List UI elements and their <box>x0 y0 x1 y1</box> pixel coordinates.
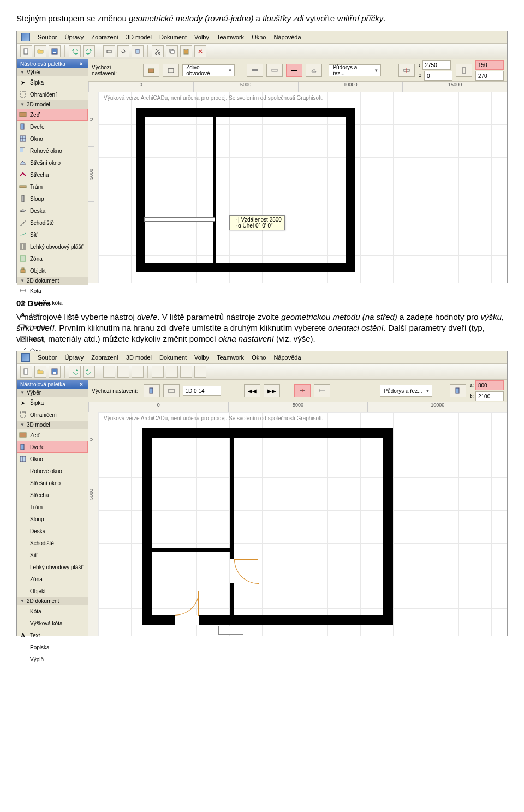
tool-curtain-wall[interactable]: Lehký obvodový plášť <box>17 561 88 573</box>
tool-object[interactable]: Objekt <box>17 585 88 597</box>
redo-button[interactable] <box>83 45 95 57</box>
drawing-canvas[interactable]: Výuková verze ArchiCADu, není určena pro… <box>98 92 507 283</box>
favorites-button[interactable] <box>163 64 179 77</box>
favorites-button[interactable] <box>163 384 180 397</box>
palette-section-3d[interactable]: 3D model <box>17 421 88 429</box>
nav-next[interactable]: ▶▶ <box>264 384 280 397</box>
tool-column[interactable]: Sloup <box>17 193 88 205</box>
tool-button[interactable] <box>103 366 115 378</box>
palette-section-select[interactable]: Výběr <box>17 389 88 397</box>
redo-button[interactable] <box>83 366 95 378</box>
menu-item[interactable]: Soubor <box>38 354 57 361</box>
menu-item[interactable]: Okno <box>252 34 266 40</box>
tool-level-dim[interactable]: Výšková kóta <box>17 297 88 309</box>
anchor-side[interactable] <box>314 384 330 397</box>
door-id-field[interactable]: 1D 0 14 <box>183 386 221 396</box>
save-button[interactable] <box>49 366 61 378</box>
new-button[interactable] <box>20 45 32 57</box>
tool-corner-window[interactable]: Rohové okno <box>17 145 88 157</box>
palette-section-2d[interactable]: 2D dokument <box>17 597 88 605</box>
composite-dropdown[interactable]: Zdivo obvodové <box>182 64 235 76</box>
tool-dimension[interactable]: Kóta <box>17 605 88 617</box>
paste-button[interactable] <box>180 45 192 57</box>
menu-item[interactable]: Volby <box>194 34 209 40</box>
geometry-method-4[interactable] <box>306 64 322 77</box>
tool-slab[interactable]: Deska <box>17 525 88 537</box>
geometry-method-2[interactable] <box>266 64 283 77</box>
tool-mesh[interactable]: Síť <box>17 549 88 561</box>
delete-button[interactable] <box>194 45 206 57</box>
menu-item[interactable]: Dokument <box>159 354 187 361</box>
geometry-method-1[interactable] <box>247 64 263 77</box>
menu-item[interactable]: Úpravy <box>64 354 84 361</box>
tool-beam[interactable]: Trám <box>17 501 88 513</box>
menu-item[interactable]: Soubor <box>38 34 57 40</box>
menu-item[interactable]: Okno <box>252 354 266 361</box>
open-button[interactable] <box>34 366 46 378</box>
menu-item[interactable]: Volby <box>194 354 209 361</box>
cut-button[interactable] <box>152 45 164 57</box>
drawing-canvas[interactable]: Výuková verze ArchiCADu, není určena pro… <box>98 412 507 636</box>
tool-label[interactable]: Popiska <box>17 321 88 333</box>
angle-field[interactable]: 270 <box>475 71 504 81</box>
tool-level-dim[interactable]: Výšková kóta <box>17 617 88 629</box>
tool-skylight[interactable]: Střešní okno <box>17 157 88 169</box>
menu-item[interactable]: Zobrazení <box>91 354 118 361</box>
tool-beam[interactable]: Trám <box>17 181 88 193</box>
open-button[interactable] <box>34 45 46 57</box>
settings-button[interactable] <box>143 64 159 77</box>
tool-corner-window[interactable]: Rohové okno <box>17 465 88 477</box>
undo-button[interactable] <box>69 366 81 378</box>
menu-item[interactable]: Zobrazení <box>91 34 118 40</box>
copy-button[interactable] <box>166 366 178 378</box>
tool-text[interactable]: AText <box>17 309 88 321</box>
tool-zone[interactable]: Zóna <box>17 253 88 265</box>
tool-stair[interactable]: Schodiště <box>17 217 88 229</box>
close-icon[interactable]: × <box>78 381 85 387</box>
profile-button[interactable] <box>456 64 472 77</box>
tool-object[interactable]: Objekt <box>17 265 88 277</box>
menu-item[interactable]: Nápověda <box>273 34 301 40</box>
tool-window[interactable]: Okno <box>17 133 88 145</box>
menu-item[interactable]: Teamwork <box>217 354 244 361</box>
ref-line-button[interactable] <box>398 64 415 77</box>
base-field[interactable]: 0 <box>424 71 452 81</box>
tool-mesh[interactable]: Síť <box>17 229 88 241</box>
tool-text[interactable]: AText <box>17 629 88 641</box>
tool-button[interactable] <box>103 45 115 57</box>
tool-roof[interactable]: Střecha <box>17 169 88 181</box>
nav-prev[interactable]: ◀◀ <box>244 384 260 397</box>
tool-door[interactable]: Dveře <box>17 441 88 453</box>
settings-button[interactable] <box>144 384 160 397</box>
tool-slab[interactable]: Deska <box>17 205 88 217</box>
thickness-field[interactable]: 150 <box>475 60 504 70</box>
tool-label[interactable]: Popiska <box>17 641 88 653</box>
palette-section-select[interactable]: Výběr <box>17 68 88 76</box>
tool-arrow[interactable]: ➤Šipka <box>17 76 88 88</box>
save-button[interactable] <box>49 45 61 57</box>
palette-section-2d[interactable]: 2D dokument <box>17 277 88 285</box>
copy-button[interactable] <box>166 45 178 57</box>
view-dropdown[interactable]: Půdorys a řez... <box>380 385 432 397</box>
menu-item[interactable]: Dokument <box>159 34 187 40</box>
door-type-button[interactable] <box>450 384 466 397</box>
tool-curtain-wall[interactable]: Lehký obvodový plášť <box>17 241 88 253</box>
tool-skylight[interactable]: Střešní okno <box>17 477 88 489</box>
tool-wall[interactable]: Zeď <box>17 109 88 121</box>
tool-marquee[interactable]: Ohraničení <box>17 88 88 100</box>
cut-button[interactable] <box>152 366 164 378</box>
paste-button[interactable] <box>180 366 192 378</box>
tool-window[interactable]: Okno <box>17 453 88 465</box>
tool-button[interactable] <box>132 366 144 378</box>
menu-item[interactable]: Nápověda <box>273 354 301 361</box>
tool-zone[interactable]: Zóna <box>17 573 88 585</box>
tool-arrow[interactable]: ➤Šipka <box>17 397 88 409</box>
menu-item[interactable]: Úpravy <box>64 34 84 40</box>
close-icon[interactable]: × <box>78 61 85 67</box>
door-height-field[interactable]: 2100 <box>475 391 504 401</box>
door-width-field[interactable]: 800 <box>475 380 504 390</box>
tool-dimension[interactable]: Kóta <box>17 285 88 297</box>
palette-section-3d[interactable]: 3D model <box>17 100 88 109</box>
tool-fill[interactable]: Výplň <box>17 333 88 345</box>
tool-roof[interactable]: Střecha <box>17 489 88 501</box>
